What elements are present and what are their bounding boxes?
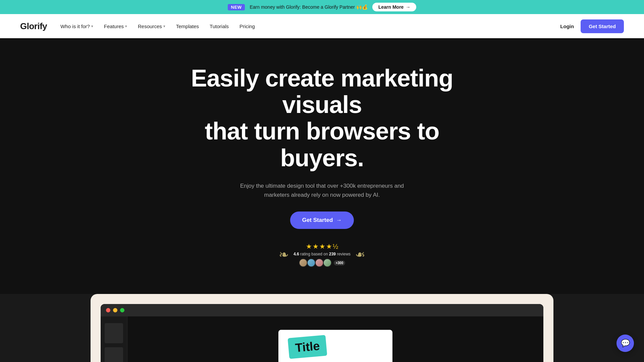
chevron-down-icon: ▾ bbox=[163, 24, 165, 28]
chevron-down-icon: ▾ bbox=[125, 24, 127, 28]
chat-widget-button[interactable]: 💬 bbox=[616, 335, 634, 352]
rating-area: ❧ ★★★★½ 4.6 rating based on 239 reviews … bbox=[13, 242, 631, 267]
avatar bbox=[323, 258, 332, 267]
title-badge: Title bbox=[288, 335, 327, 359]
avatar bbox=[299, 258, 308, 267]
banner-text: Earn money with Glorify: Become a Glorif… bbox=[250, 4, 367, 10]
full-stars: ★★★★ bbox=[306, 243, 333, 250]
nav-pricing[interactable]: Pricing bbox=[239, 23, 255, 29]
sidebar-tool-block bbox=[105, 323, 123, 343]
app-preview-section: Title 🫖 bbox=[91, 294, 553, 362]
hero-subtitle: Enjoy the ultimate design tool that over… bbox=[238, 181, 406, 199]
browser-dot-minimize bbox=[113, 308, 117, 312]
chat-icon: 💬 bbox=[621, 339, 630, 348]
browser-titlebar bbox=[101, 304, 543, 316]
get-started-nav-button[interactable]: Get Started bbox=[581, 19, 624, 33]
laurel-right-icon: ❧ bbox=[355, 249, 365, 261]
browser-window: Title 🫖 bbox=[101, 304, 543, 362]
stars-row: ★★★★½ bbox=[306, 242, 338, 250]
browser-dot-close bbox=[106, 308, 110, 312]
design-card: Title 🫖 bbox=[278, 330, 392, 362]
laurel-left-icon: ❧ bbox=[279, 249, 289, 261]
avatar bbox=[307, 258, 316, 267]
learn-more-button[interactable]: Learn More → bbox=[372, 3, 416, 11]
avatar bbox=[315, 258, 324, 267]
chevron-down-icon: ▾ bbox=[91, 24, 93, 28]
hero-cta-button[interactable]: Get Started → bbox=[290, 212, 354, 229]
hero-section: Easily create marketing visuals that tur… bbox=[0, 38, 644, 294]
nav-tutorials[interactable]: Tutorials bbox=[210, 23, 229, 29]
navbar-left: Glorify Who is it for? ▾ Features ▾ Reso… bbox=[20, 21, 255, 32]
browser-content: Title 🫖 bbox=[101, 316, 543, 362]
logo[interactable]: Glorify bbox=[20, 21, 47, 32]
nav-resources[interactable]: Resources ▾ bbox=[138, 23, 165, 29]
nav-who-is-it-for[interactable]: Who is it for? ▾ bbox=[60, 23, 93, 29]
avatar-count-badge: +300 bbox=[334, 260, 345, 265]
browser-dot-maximize bbox=[120, 308, 124, 312]
login-button[interactable]: Login bbox=[560, 23, 574, 29]
hero-title: Easily create marketing visuals that tur… bbox=[171, 65, 473, 171]
editor-canvas[interactable]: Title 🫖 bbox=[127, 316, 543, 362]
nav-features[interactable]: Features ▾ bbox=[104, 23, 127, 29]
rating-text: 4.6 rating based on 239 reviews bbox=[293, 252, 351, 256]
rating-content: ★★★★½ 4.6 rating based on 239 reviews +3… bbox=[289, 242, 355, 267]
avatars-row: +300 bbox=[299, 258, 345, 267]
sidebar-tool-block bbox=[105, 347, 123, 362]
navbar: Glorify Who is it for? ▾ Features ▾ Reso… bbox=[0, 14, 644, 38]
editor-sidebar bbox=[101, 316, 127, 362]
new-badge: NEW bbox=[228, 4, 245, 10]
nav-links: Who is it for? ▾ Features ▾ Resources ▾ … bbox=[60, 23, 255, 29]
half-star-icon: ½ bbox=[333, 243, 338, 250]
nav-templates[interactable]: Templates bbox=[176, 23, 199, 29]
navbar-right: Login Get Started bbox=[560, 19, 624, 33]
top-banner: NEW Earn money with Glorify: Become a Gl… bbox=[0, 0, 644, 14]
